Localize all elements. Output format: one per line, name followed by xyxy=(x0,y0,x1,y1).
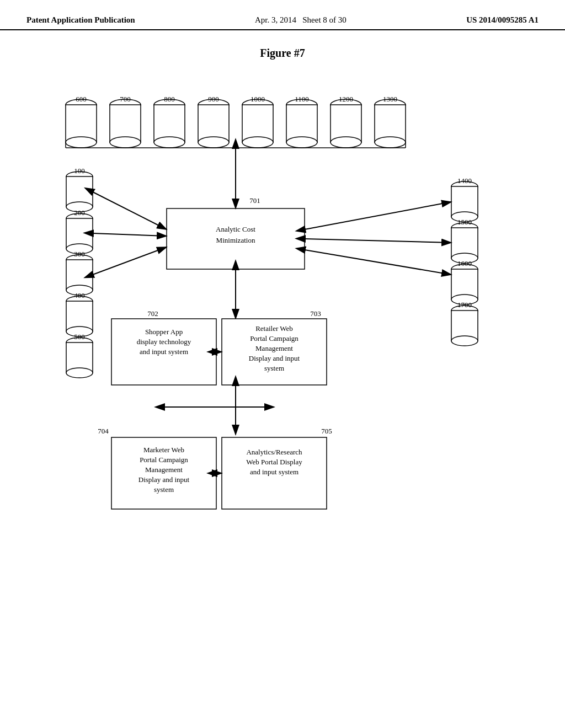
marketer-text-4: Display and input xyxy=(138,475,190,484)
patent-number-label: US 2014/0095285 A1 xyxy=(466,15,539,25)
marketer-web-portal-box: Marketer Web Portal Campaign Management … xyxy=(111,437,216,509)
cylinder-500-label: 500 xyxy=(74,333,85,341)
cylinder-800: 800 xyxy=(154,95,185,148)
analytics-research-box: Analytics/Research Web Portal Display an… xyxy=(222,437,327,509)
cylinder-900: 900 xyxy=(198,95,229,148)
acm-label-701: 701 xyxy=(249,196,260,205)
cylinder-300: 300 xyxy=(66,250,93,295)
cylinder-300-label: 300 xyxy=(74,250,85,258)
cylinder-1100-label: 1100 xyxy=(295,95,309,103)
svg-line-63 xyxy=(93,192,167,229)
svg-point-16 xyxy=(242,137,273,148)
svg-line-68 xyxy=(305,250,451,275)
cylinder-700: 700 xyxy=(110,95,141,148)
cylinder-1600-label: 1600 xyxy=(457,259,472,267)
cylinder-1100: 1100 xyxy=(286,95,317,148)
svg-point-48 xyxy=(66,368,93,378)
cylinder-200-label: 200 xyxy=(74,208,85,217)
retailer-text-4: Display and input xyxy=(249,354,300,362)
svg-point-22 xyxy=(331,137,361,148)
analytics-text-3: and input system xyxy=(250,468,299,476)
cylinder-1300-label: 1300 xyxy=(383,95,397,103)
retailer-text-5: system xyxy=(264,364,284,372)
sheet-label: Sheet 8 of 30 xyxy=(302,15,347,24)
retailer-text-1: Retailer Web xyxy=(255,324,293,333)
cylinder-1500: 1500 xyxy=(451,218,478,263)
marketer-text-1: Marketer Web xyxy=(143,446,184,454)
marketer-text-3: Management xyxy=(145,465,183,474)
shopper-text-2: display technology xyxy=(137,338,191,346)
cylinder-1600: 1600 xyxy=(451,259,478,304)
cylinder-1700-label: 1700 xyxy=(457,301,472,309)
cylinder-100: 100 xyxy=(66,167,93,212)
svg-point-60 xyxy=(451,336,478,346)
cylinder-900-label: 900 xyxy=(208,95,219,103)
svg-point-13 xyxy=(198,137,229,148)
label-704: 704 xyxy=(98,427,109,435)
marketer-text-2: Portal Campaign xyxy=(140,456,188,464)
diagram-area: Figure #7 600 700 xyxy=(0,30,565,633)
retailer-text-2: Portal Campaign xyxy=(250,334,299,342)
analytics-text-1: Analytics/Research xyxy=(246,448,302,456)
cylinder-400: 400 xyxy=(66,291,93,336)
cylinder-1700: 1700 xyxy=(451,301,478,346)
shopper-text-1: Shopper App xyxy=(145,328,183,336)
cylinder-700-label: 700 xyxy=(120,95,131,103)
svg-line-65 xyxy=(93,247,167,275)
cylinder-1500-label: 1500 xyxy=(457,218,472,226)
analytics-text-2: Web Portal Display xyxy=(246,458,302,466)
cylinder-800-label: 800 xyxy=(164,95,175,103)
label-705: 705 xyxy=(321,427,332,435)
svg-line-66 xyxy=(305,202,451,229)
cylinder-1000-label: 1000 xyxy=(250,95,265,103)
cylinder-1000: 1000 xyxy=(242,95,273,148)
cylinder-600: 600 xyxy=(66,95,97,148)
svg-point-7 xyxy=(110,137,141,148)
shopper-app-box: Shopper App display technology and input… xyxy=(111,319,216,385)
svg-point-4 xyxy=(66,137,97,148)
svg-line-64 xyxy=(93,233,167,236)
svg-line-67 xyxy=(305,239,451,243)
svg-point-10 xyxy=(154,137,185,148)
cylinder-100-label: 100 xyxy=(74,167,85,175)
cylinder-1300: 1300 xyxy=(375,95,406,148)
svg-point-25 xyxy=(375,137,406,148)
figure-title: Figure #7 xyxy=(33,47,532,60)
cylinder-1400-label: 1400 xyxy=(457,176,472,185)
label-702: 702 xyxy=(147,309,158,318)
label-703: 703 xyxy=(310,309,321,318)
figure-7-diagram: 600 700 800 900 1000 xyxy=(45,76,520,617)
cylinder-1400: 1400 xyxy=(451,176,478,222)
publication-label: Patent Application Publication xyxy=(26,15,135,25)
cylinder-1200: 1200 xyxy=(331,95,361,148)
page-header: Patent Application Publication Apr. 3, 2… xyxy=(0,0,565,30)
acm-text-line1: Analytic Cost xyxy=(216,225,255,233)
cylinder-400-label: 400 xyxy=(74,291,85,299)
acm-text-line2: Minimization xyxy=(216,236,255,244)
cylinder-200: 200 xyxy=(66,208,93,254)
shopper-text-3: and input system xyxy=(140,347,188,356)
cylinder-1200-label: 1200 xyxy=(339,95,353,103)
retailer-web-portal-box: Retailer Web Portal Campaign Management … xyxy=(222,319,327,385)
date-label: Apr. 3, 2014 xyxy=(255,15,296,24)
retailer-text-3: Management xyxy=(255,344,293,352)
cylinder-600-label: 600 xyxy=(76,95,87,103)
svg-point-19 xyxy=(286,137,317,148)
cylinder-500: 500 xyxy=(66,333,93,378)
date-sheet-label: Apr. 3, 2014 Sheet 8 of 30 xyxy=(255,15,347,25)
marketer-text-5: system xyxy=(154,485,174,494)
